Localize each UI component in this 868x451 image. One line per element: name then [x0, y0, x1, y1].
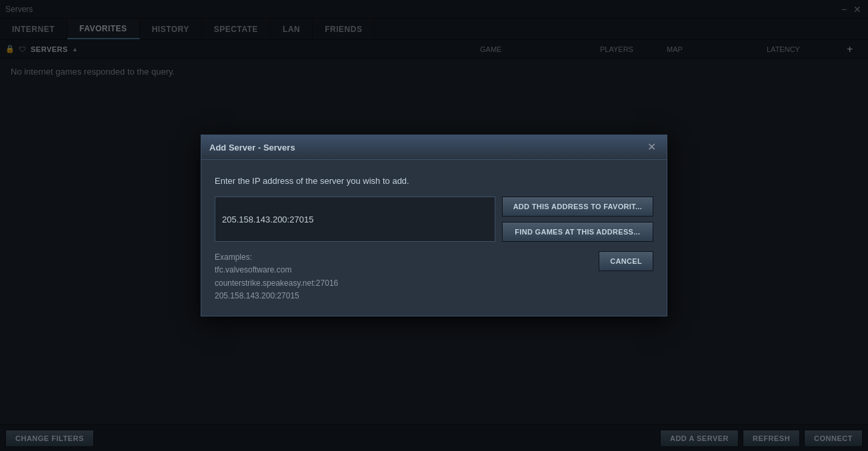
example-value-1: tfc.valvesoftware.com [215, 265, 291, 274]
modal-backdrop: Add Server - Servers ✕ Enter the IP addr… [0, 0, 868, 451]
example-value-2: counterstrike.speakeasy.net:27016 [215, 278, 338, 288]
ip-address-input[interactable] [215, 197, 495, 242]
examples-text: Examples: tfc.valvesoftware.com counters… [215, 251, 592, 302]
modal-title: Add Server - Servers [209, 143, 295, 153]
example-value-3: 205.158.143.200:27015 [215, 291, 299, 300]
modal-body: Enter the IP address of the server you w… [201, 160, 667, 316]
cancel-button[interactable]: CANCEL [599, 251, 653, 271]
modal-header: Add Server - Servers ✕ [201, 135, 667, 160]
modal-examples-section: Examples: tfc.valvesoftware.com counters… [215, 251, 653, 302]
modal-close-button[interactable]: ✕ [645, 141, 659, 154]
add-to-favorites-button[interactable]: ADD THIS ADDRESS TO FAVORIT... [502, 197, 653, 217]
modal-input-row: ADD THIS ADDRESS TO FAVORIT... FIND GAME… [215, 197, 653, 242]
find-games-button[interactable]: FIND GAMES AT THIS ADDRESS... [502, 222, 653, 242]
add-server-modal: Add Server - Servers ✕ Enter the IP addr… [201, 135, 667, 316]
examples-label: Examples: [215, 252, 252, 262]
modal-action-buttons: ADD THIS ADDRESS TO FAVORIT... FIND GAME… [502, 197, 653, 242]
modal-description: Enter the IP address of the server you w… [215, 176, 653, 186]
